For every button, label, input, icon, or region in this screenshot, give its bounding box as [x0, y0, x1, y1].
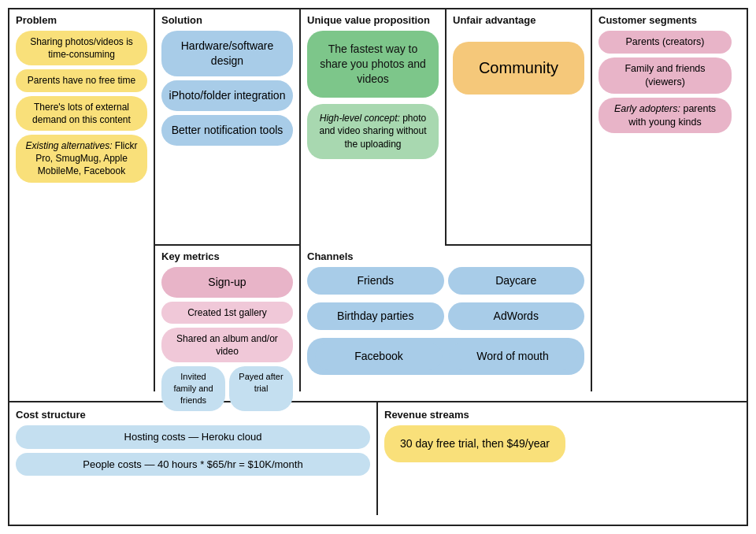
bottom-grid: Cost structure Hosting costs — Heroku cl… — [9, 402, 747, 514]
channels-header: Channels — [307, 250, 584, 262]
solution-cell: Solution Hardware/software design iPhoto… — [155, 9, 301, 246]
problem-header: Problem — [16, 14, 147, 26]
problem-alt-italic: Existing alternatives: — [25, 140, 112, 151]
unfair-cell: Unfair advantage Community — [447, 9, 592, 246]
cost-item-1: Hosting costs — Heroku cloud — [16, 425, 370, 449]
main-grid: Problem Sharing photos/videos is time-co… — [9, 9, 747, 402]
uvp-cell: Unique value proposition The fastest way… — [301, 9, 447, 246]
solution-item-3: Better notification tools — [161, 115, 293, 146]
solution-header: Solution — [161, 14, 293, 26]
cost-header: Cost structure — [16, 409, 370, 421]
metric-item-2: Created 1st gallery — [161, 302, 293, 324]
channels-cell: Channels Friends Daycare Birthday partie… — [301, 246, 592, 391]
channel-adwords: AdWords — [448, 302, 585, 330]
solution-item-2: iPhoto/folder integration — [161, 80, 293, 111]
metric-item-1: Sign-up — [161, 267, 293, 298]
problem-item-1: Sharing photos/videos is time-consuming — [16, 31, 147, 65]
uvp-main: The fastest way to share you photos and … — [307, 31, 439, 98]
revenue-item-1: 30 day free trial, then $49/year — [384, 425, 565, 462]
keymetrics-cell: Key metrics Sign-up Created 1st gallery … — [155, 246, 301, 391]
channel-friends: Friends — [307, 267, 444, 295]
metric-item-3: Shared an album and/or video — [161, 328, 293, 362]
segment-item-2: Family and friends (viewers) — [598, 57, 732, 94]
revenue-cell: Revenue streams 30 day free trial, then … — [378, 402, 747, 514]
lean-canvas: Problem Sharing photos/videos is time-co… — [8, 8, 748, 526]
segments-header: Customer segments — [598, 14, 732, 26]
problem-item-4: Existing alternatives: Flickr Pro, SmugM… — [16, 135, 147, 183]
segments-cell: Customer segments Parents (creators) Fam… — [592, 9, 738, 391]
problem-item-2: Parents have no free time — [16, 69, 147, 91]
segment-item-1: Parents (creators) — [598, 31, 732, 54]
keymetrics-header: Key metrics — [161, 250, 293, 262]
segment-italic: Early adopters: — [614, 103, 680, 114]
channel-facebook-wom: Facebook Word of mouth — [307, 338, 584, 375]
cost-item-2: People costs — 40 hours * $65/hr = $10K/… — [16, 453, 370, 477]
uvp-sub: High-level concept: photo and video shar… — [307, 104, 439, 159]
uvp-sub-italic: High-level concept: — [320, 113, 400, 124]
segment-item-3: Early adopters: parents with young kinds — [598, 98, 732, 134]
unfair-item: Community — [453, 42, 584, 95]
problem-item-3: There's lots of external demand on this … — [16, 96, 147, 131]
channel-facebook: Facebook — [315, 343, 443, 370]
channel-birthday: Birthday parties — [307, 302, 444, 330]
cost-cell: Cost structure Hosting costs — Heroku cl… — [9, 402, 378, 514]
solution-item-1: Hardware/software design — [161, 31, 293, 76]
revenue-header: Revenue streams — [384, 409, 740, 421]
problem-cell: Problem Sharing photos/videos is time-co… — [9, 9, 155, 391]
channel-wom: Word of mouth — [449, 343, 576, 370]
channel-daycare: Daycare — [448, 267, 585, 295]
unfair-header: Unfair advantage — [453, 14, 584, 26]
channels-grid: Friends Daycare Birthday parties AdWords… — [307, 267, 584, 379]
uvp-header: Unique value proposition — [307, 14, 439, 26]
